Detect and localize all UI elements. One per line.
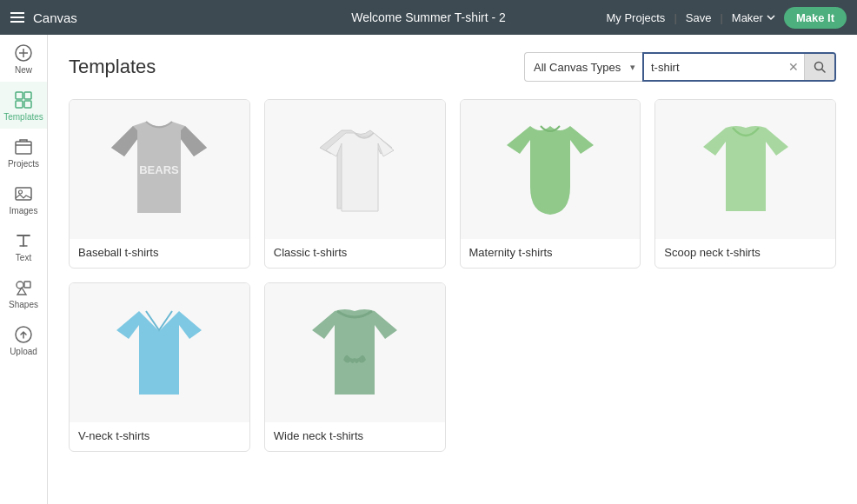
baseball-tshirt-svg: BEARS bbox=[103, 109, 216, 230]
svg-rect-11 bbox=[24, 282, 30, 288]
make-it-button[interactable]: Make It bbox=[784, 7, 847, 29]
main-layout: New Templates Projects bbox=[0, 35, 857, 504]
svg-rect-7 bbox=[16, 142, 31, 154]
svg-rect-6 bbox=[24, 101, 31, 108]
svg-rect-4 bbox=[24, 92, 31, 99]
vneck-tshirt-svg bbox=[103, 292, 216, 414]
svg-text:BEARS: BEARS bbox=[140, 163, 180, 176]
plus-icon bbox=[14, 43, 33, 63]
content-area: Templates All Canvas Types Cards T-Shirt… bbox=[48, 35, 857, 504]
maker-button[interactable]: Maker bbox=[732, 11, 775, 24]
classic-tshirt-svg bbox=[298, 109, 411, 230]
template-image-maternity bbox=[461, 100, 641, 239]
template-label-classic: Classic t-shirts bbox=[265, 239, 445, 268]
templates-icon bbox=[14, 90, 33, 109]
shapes-icon bbox=[14, 278, 33, 297]
top-nav: Canvas Welcome Summer T-shirt - 2 My Pro… bbox=[0, 0, 857, 35]
template-label-scoop: Scoop neck t-shirts bbox=[655, 239, 835, 268]
sidebar-item-images[interactable]: Images bbox=[0, 176, 47, 222]
svg-line-14 bbox=[822, 70, 826, 73]
maternity-tshirt-svg bbox=[494, 109, 607, 230]
template-card-vneck[interactable]: V-neck t-shirts bbox=[69, 282, 250, 452]
search-bar: All Canvas Types Cards T-Shirts Labels I… bbox=[524, 52, 836, 82]
templates-grid-row2: V-neck t-shirts Wide neck t-shirts bbox=[69, 282, 836, 452]
page-title: Templates bbox=[69, 56, 156, 78]
template-image-classic bbox=[265, 100, 445, 239]
sidebar-item-templates[interactable]: Templates bbox=[0, 82, 47, 129]
canvas-type-select[interactable]: All Canvas Types Cards T-Shirts Labels I… bbox=[524, 52, 642, 82]
template-label-maternity: Maternity t-shirts bbox=[461, 239, 641, 268]
sidebar-item-projects[interactable]: Projects bbox=[0, 129, 47, 176]
template-card-baseball[interactable]: BEARS Baseball t-shirts bbox=[69, 99, 250, 269]
svg-rect-5 bbox=[16, 101, 23, 108]
template-image-wideneck bbox=[265, 283, 445, 422]
template-card-maternity[interactable]: Maternity t-shirts bbox=[460, 99, 641, 269]
save-link[interactable]: Save bbox=[686, 11, 712, 24]
search-input[interactable] bbox=[644, 54, 783, 80]
svg-rect-3 bbox=[16, 92, 23, 99]
text-icon bbox=[14, 231, 33, 250]
templates-grid-row1: BEARS Baseball t-shirts bbox=[69, 99, 836, 269]
template-image-scoop bbox=[655, 100, 835, 239]
clear-search-button[interactable]: ✕ bbox=[783, 54, 804, 80]
search-icon bbox=[814, 61, 826, 73]
svg-point-9 bbox=[19, 190, 23, 194]
template-image-baseball: BEARS bbox=[70, 100, 249, 239]
upload-icon bbox=[14, 325, 33, 344]
template-label-baseball: Baseball t-shirts bbox=[70, 239, 249, 268]
template-image-vneck bbox=[70, 283, 249, 422]
chevron-down-icon bbox=[767, 13, 775, 22]
search-button[interactable] bbox=[804, 54, 834, 80]
app-title: Canvas bbox=[33, 10, 77, 25]
template-card-classic[interactable]: Classic t-shirts bbox=[264, 99, 446, 269]
menu-icon[interactable] bbox=[10, 12, 24, 23]
sidebar-item-new[interactable]: New bbox=[0, 35, 47, 82]
search-input-wrapper: ✕ bbox=[642, 52, 836, 82]
sidebar: New Templates Projects bbox=[0, 35, 48, 504]
svg-point-10 bbox=[17, 282, 23, 288]
document-title: Welcome Summer T-shirt - 2 bbox=[351, 10, 506, 24]
wideneck-tshirt-svg bbox=[298, 292, 411, 414]
canvas-type-select-wrapper: All Canvas Types Cards T-Shirts Labels I… bbox=[524, 52, 642, 82]
sidebar-item-text[interactable]: Text bbox=[0, 222, 47, 269]
sidebar-item-upload[interactable]: Upload bbox=[0, 316, 47, 363]
page-header: Templates All Canvas Types Cards T-Shirt… bbox=[69, 52, 836, 82]
template-card-wideneck[interactable]: Wide neck t-shirts bbox=[264, 282, 446, 452]
sidebar-item-shapes[interactable]: Shapes bbox=[0, 269, 47, 316]
images-icon bbox=[14, 184, 33, 203]
template-card-scoop[interactable]: Scoop neck t-shirts bbox=[654, 99, 836, 269]
projects-icon bbox=[14, 137, 33, 156]
my-projects-link[interactable]: My Projects bbox=[606, 11, 665, 24]
template-label-vneck: V-neck t-shirts bbox=[70, 422, 249, 451]
template-label-wideneck: Wide neck t-shirts bbox=[265, 422, 445, 451]
scoop-tshirt-svg bbox=[689, 109, 802, 230]
